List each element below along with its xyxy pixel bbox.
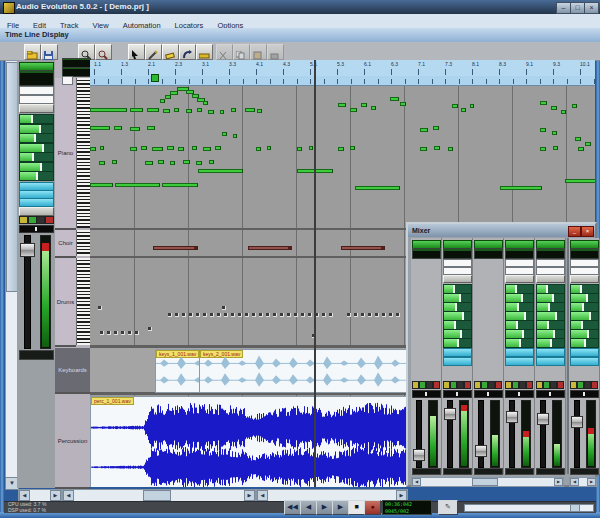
hscroll-left-arrow[interactable]: ◀ (63, 490, 74, 501)
monitor-button[interactable] (550, 381, 557, 389)
strip-pan-display[interactable] (505, 390, 534, 398)
drum-hit[interactable] (222, 306, 226, 310)
pan-display[interactable] (19, 225, 54, 233)
glue-button[interactable] (179, 44, 196, 60)
midi-note[interactable] (350, 108, 357, 112)
mixer-close-button[interactable]: × (581, 226, 594, 237)
hscroll-left-arrow[interactable]: ◀ (257, 490, 268, 501)
record-button[interactable]: ● (364, 500, 381, 515)
midi-note[interactable] (90, 108, 127, 112)
mixer-titlebar[interactable]: Mixer _ × (408, 224, 595, 237)
aux-bar[interactable] (19, 198, 54, 207)
close-button[interactable]: × (584, 2, 599, 14)
midi-note-choir[interactable] (153, 246, 198, 250)
drum-hit[interactable] (100, 331, 104, 335)
midi-note[interactable] (540, 128, 546, 132)
strip-fader-track[interactable] (540, 400, 546, 468)
drum-hit[interactable] (189, 313, 193, 317)
drum-hit[interactable] (294, 313, 298, 317)
monitor-button[interactable] (584, 381, 591, 389)
rewind-start-button[interactable]: ◀◀ (284, 500, 301, 515)
midi-note[interactable] (90, 147, 96, 151)
drum-hit[interactable] (287, 313, 291, 317)
hscroll-left-arrow[interactable]: ◀ (570, 478, 579, 486)
midi-note[interactable] (390, 97, 399, 101)
midi-note[interactable] (434, 146, 440, 150)
midi-note[interactable] (208, 110, 214, 114)
drum-hit[interactable] (245, 313, 249, 317)
drum-hit[interactable] (308, 313, 312, 317)
midi-note[interactable] (361, 103, 367, 107)
record-arm-button[interactable] (557, 381, 564, 389)
midi-note[interactable] (90, 126, 110, 130)
strip-pan-display[interactable] (570, 390, 599, 398)
drum-hit[interactable] (107, 331, 111, 335)
mute-button[interactable] (474, 381, 481, 389)
midi-note[interactable] (578, 147, 584, 151)
drum-hit[interactable] (280, 313, 284, 317)
midi-note[interactable] (561, 110, 566, 114)
drum-hit[interactable] (322, 313, 326, 317)
midi-note[interactable] (112, 160, 117, 164)
strip-fader-handle[interactable] (537, 413, 549, 425)
send-slider[interactable] (19, 171, 54, 181)
strip-field-2[interactable] (443, 267, 472, 275)
drum-hit[interactable] (121, 331, 125, 335)
fx-button[interactable] (19, 104, 54, 113)
midi-note[interactable] (575, 137, 581, 141)
record-arm-button[interactable] (495, 381, 502, 389)
strip-field-2[interactable] (570, 267, 599, 275)
midi-note[interactable] (500, 186, 542, 190)
midi-note[interactable] (174, 108, 179, 112)
midi-note[interactable] (565, 179, 595, 183)
send-slider[interactable] (19, 152, 54, 162)
midi-note[interactable] (198, 169, 243, 173)
drum-hit[interactable] (347, 313, 351, 317)
midi-note[interactable] (222, 132, 227, 136)
strip-field-1[interactable] (443, 259, 472, 267)
drum-hit[interactable] (168, 313, 172, 317)
midi-note[interactable] (196, 161, 202, 165)
midi-note[interactable] (231, 108, 236, 112)
strip-send-slider[interactable] (536, 338, 565, 348)
send-slider[interactable] (19, 143, 54, 153)
strip-pan-display[interactable] (536, 390, 565, 398)
hscroll-right-arrow[interactable]: ▶ (587, 478, 596, 486)
midi-note-choir[interactable] (341, 246, 385, 250)
drum-hit[interactable] (196, 313, 200, 317)
strip-fader-handle[interactable] (506, 411, 518, 423)
solo-button[interactable] (481, 381, 488, 389)
shuttle-slider-thumb[interactable] (570, 504, 580, 512)
midi-note[interactable] (114, 126, 122, 130)
minimize-button[interactable]: – (556, 2, 571, 14)
midi-note[interactable] (220, 110, 224, 114)
strip-field-1[interactable] (536, 259, 565, 267)
drum-hit[interactable] (98, 306, 102, 310)
midi-note[interactable] (215, 146, 221, 150)
mute-button[interactable] (505, 381, 512, 389)
strip-aux-bar[interactable] (536, 348, 565, 357)
midi-note[interactable] (170, 161, 175, 165)
audio-clip[interactable]: keys_1_001.wav (155, 349, 200, 393)
record-arm-button[interactable] (464, 381, 471, 389)
mute-button[interactable] (443, 381, 450, 389)
midi-note[interactable] (130, 127, 140, 131)
strip-pan-display[interactable] (412, 390, 441, 398)
solo-button[interactable] (512, 381, 519, 389)
midi-note[interactable] (540, 147, 546, 151)
midi-note[interactable] (452, 104, 458, 108)
strip-field-1[interactable] (570, 259, 599, 267)
midi-note[interactable] (309, 146, 313, 150)
hscroll-left-arrow[interactable]: ◀ (19, 490, 30, 501)
midi-note[interactable] (350, 146, 355, 150)
record-arm-button[interactable] (526, 381, 533, 389)
titlebar[interactable]: Audio Evolution 5.0.2 - [ Demo.prj ] – □… (0, 0, 600, 14)
maximize-button[interactable]: □ (570, 2, 585, 14)
midi-note[interactable] (178, 147, 184, 151)
save-button[interactable] (41, 44, 58, 60)
record-arm-button[interactable] (45, 216, 54, 224)
hscroll-right-arrow[interactable]: ▶ (244, 490, 255, 501)
bar-ruler[interactable]: 1.11.32.12.33.13.34.14.35.15.36.16.37.17… (90, 60, 595, 77)
drum-hit[interactable] (203, 313, 207, 317)
strip-send-slider[interactable] (570, 338, 599, 348)
